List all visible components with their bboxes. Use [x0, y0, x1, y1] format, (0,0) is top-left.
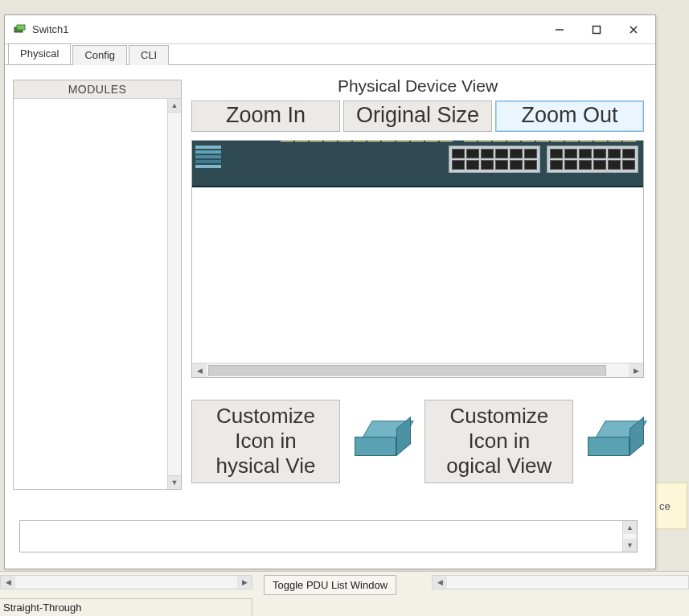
app-icon	[13, 23, 27, 37]
switch-device[interactable]	[192, 140, 643, 187]
switch-physical-icon[interactable]	[355, 421, 411, 462]
close-button[interactable]	[615, 18, 652, 42]
tab-label: Physical	[20, 47, 59, 60]
scroll-right-icon[interactable]: ▶	[629, 363, 643, 377]
zoom-out-button[interactable]: Zoom Out	[495, 101, 644, 132]
switch-status-leds	[195, 146, 221, 168]
tab-label: Config	[84, 49, 115, 61]
customize-logical-button[interactable]: Customize Icon in ogical View	[424, 400, 573, 483]
window-controls	[541, 18, 652, 42]
modules-panel: MODULES ▲ ▼	[13, 80, 182, 490]
switch-logical-icon[interactable]	[588, 421, 644, 462]
minimize-button[interactable]	[541, 18, 578, 42]
tabbar: Physical Config CLI	[5, 44, 655, 65]
modules-header: MODULES	[14, 80, 181, 99]
scroll-left-icon[interactable]: ◀	[433, 576, 447, 589]
canvas-hscrollbar[interactable]: ◀ ▶	[192, 363, 643, 377]
tab-config[interactable]: Config	[72, 45, 127, 65]
status-text-field[interactable]: ▲ ▼	[19, 520, 638, 552]
svg-rect-2	[593, 26, 601, 33]
scroll-up-icon[interactable]: ▲	[623, 521, 637, 534]
original-size-button[interactable]: Original Size	[343, 101, 492, 132]
scroll-thumb[interactable]	[208, 365, 606, 376]
scroll-left-icon[interactable]: ◀	[192, 363, 207, 377]
customize-physical-button[interactable]: Customize Icon in hysical Vie	[191, 400, 340, 483]
view-heading: Physical Device View	[191, 76, 644, 96]
svg-rect-1	[17, 25, 25, 30]
bottom-left-hscroll[interactable]: ◀ ▶	[0, 575, 252, 589]
scroll-left-icon[interactable]: ◀	[1, 576, 15, 589]
bottom-right-hscroll[interactable]: ◀	[432, 575, 689, 589]
device-view-area: Physical Device View Zoom In Original Si…	[191, 76, 644, 378]
window-title: Switch1	[32, 23, 69, 35]
scroll-down-icon[interactable]: ▼	[623, 539, 637, 552]
status-vscrollbar[interactable]: ▲ ▼	[622, 521, 637, 552]
zoom-controls: Zoom In Original Size Zoom Out	[191, 101, 644, 132]
switch-ports	[449, 146, 638, 173]
maximize-button[interactable]	[578, 18, 615, 42]
background-panel: ce	[655, 483, 687, 529]
app-lower-strip: ◀ ▶ Toggle PDU List Window ◀ Straight-Th…	[0, 571, 689, 616]
toggle-pdu-button[interactable]: Toggle PDU List Window	[264, 575, 396, 595]
scroll-right-icon[interactable]: ▶	[237, 576, 252, 589]
tab-cli[interactable]: CLI	[129, 45, 169, 65]
tab-label: CLI	[141, 49, 157, 61]
tab-physical[interactable]: Physical	[8, 43, 71, 64]
scroll-up-icon[interactable]: ▲	[168, 99, 181, 113]
customize-row: Customize Icon in hysical Vie Customize …	[191, 400, 644, 483]
cable-label: Straight-Through	[3, 602, 82, 614]
window-body: MODULES ▲ ▼ Physical Device View Zoom In…	[5, 65, 655, 569]
cable-selection[interactable]: Straight-Through	[0, 598, 252, 616]
scroll-down-icon[interactable]: ▼	[168, 475, 181, 489]
zoom-in-button[interactable]: Zoom In	[191, 101, 340, 132]
device-window: Switch1 Physical Config CLI MODULES ▲ ▼	[4, 14, 656, 569]
bg-label: ce	[659, 500, 671, 512]
device-canvas[interactable]: ◀ ▶	[191, 140, 644, 378]
titlebar: Switch1	[5, 15, 655, 44]
modules-list[interactable]: ▲ ▼	[14, 99, 181, 489]
modules-scrollbar[interactable]: ▲ ▼	[167, 99, 181, 489]
port-status-lights	[278, 140, 638, 142]
